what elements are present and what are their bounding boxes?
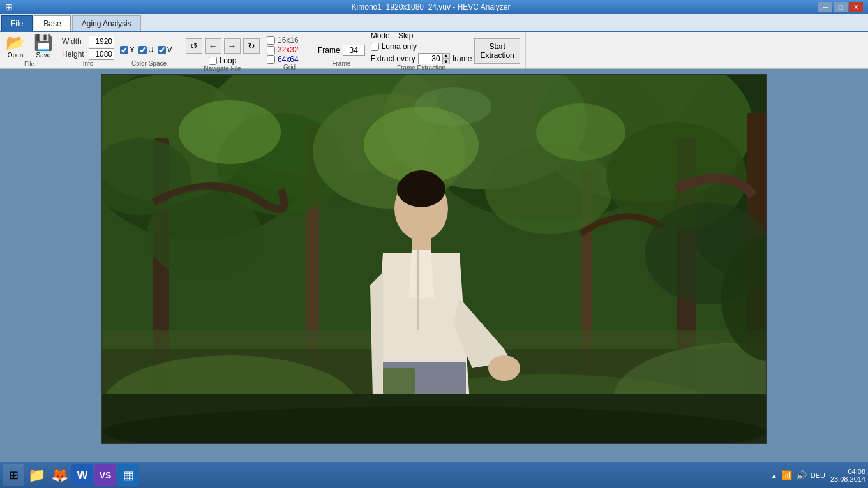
tray-expand[interactable]: ▲ <box>771 472 777 479</box>
height-value: 1080 <box>89 48 114 60</box>
fwd-to-end-button[interactable]: ↻ <box>243 38 260 54</box>
svg-point-34 <box>488 355 520 381</box>
y-checkbox-label[interactable]: Y <box>120 45 135 54</box>
frame-section-label: Frame <box>318 60 365 68</box>
colorspace-group: Y U V Color Space <box>117 32 181 68</box>
open-button[interactable]: 📂 Open <box>3 33 28 61</box>
start-button-icon[interactable]: ⊞ <box>3 464 24 486</box>
main-content <box>0 69 868 462</box>
back-to-start-button[interactable]: ↺ <box>186 38 202 54</box>
firefox-icon[interactable]: 🦊 <box>49 464 70 486</box>
u-checkbox[interactable] <box>138 46 147 54</box>
start-extraction-button[interactable]: Start Extraction <box>474 38 520 64</box>
video-canvas <box>102 75 766 443</box>
grid-16-checkbox[interactable] <box>267 36 275 45</box>
minimize-button[interactable]: ─ <box>818 2 832 12</box>
open-icon: 📂 <box>6 35 25 50</box>
frame-group: Frame 34 Frame <box>315 32 368 68</box>
svg-point-22 <box>536 103 625 161</box>
width-value: 1920 <box>89 36 114 47</box>
explorer-icon[interactable]: 📁 <box>26 464 47 486</box>
width-row: Width 1920 <box>62 36 114 47</box>
grid-64-label[interactable]: 64x64 <box>267 55 299 64</box>
extract-value: 30 <box>418 53 442 64</box>
svg-point-30 <box>402 170 440 196</box>
taskbar-left: ⊞ 📁 🦊 W VS ▦ <box>3 464 139 486</box>
grid-32-label[interactable]: 32x32 <box>267 45 299 54</box>
tab-aging-analysis[interactable]: Aging Analysis <box>72 15 141 31</box>
luma-checkbox[interactable] <box>371 43 379 51</box>
navigate-group: ↺ ← → ↻ Loop Navigate File <box>181 32 264 68</box>
clock-date: 23.08.2014 <box>830 475 865 483</box>
info-section-label: Info <box>62 60 114 68</box>
prev-frame-button[interactable]: ← <box>205 38 221 54</box>
clock[interactable]: 04:08 23.08.2014 <box>830 468 865 483</box>
colorspace-section-label: Color Space <box>120 60 178 68</box>
system-tray: ▲ 📶 🔊 DEU <box>771 470 825 480</box>
v-checkbox[interactable] <box>158 46 166 54</box>
volume-icon[interactable]: 🔊 <box>796 470 807 480</box>
window-title: Kimono1_1920x1080_24.yuv - HEVC Analyzer <box>43 3 818 11</box>
grid-section-label: Grid <box>267 64 312 72</box>
frame-unit-label: frame <box>453 54 472 63</box>
grid-64-checkbox[interactable] <box>267 55 275 64</box>
y-checkbox[interactable] <box>120 46 128 54</box>
taskbar-right: ▲ 📶 🔊 DEU 04:08 23.08.2014 <box>771 468 865 483</box>
loop-checkbox[interactable] <box>209 57 217 65</box>
file-group: 📂 Open 💾 Save File <box>0 32 59 68</box>
clock-time: 04:08 <box>848 468 865 475</box>
extraction-section-label: Frame Extraction <box>371 64 472 73</box>
info-group: Width 1920 Height 1080 Info <box>59 32 117 68</box>
mode-label: Mode – Skip <box>371 31 414 40</box>
luma-checkbox-label[interactable]: Luma only <box>371 42 472 51</box>
grid-32-checkbox[interactable] <box>267 46 275 54</box>
loop-checkbox-label[interactable]: Loop <box>209 56 237 65</box>
file-section-label: File <box>3 61 56 69</box>
video-svg <box>102 75 766 443</box>
save-button[interactable]: 💾 Save <box>31 33 56 61</box>
spinner-down[interactable]: ▼ <box>442 59 450 64</box>
v-checkbox-label[interactable]: V <box>158 45 172 54</box>
frame-extraction-group: Mode – Skip Luma only Extract every 30 ▲… <box>368 32 526 68</box>
toolbar: 📂 Open 💾 Save File Width 1920 Height 108… <box>0 32 868 69</box>
vs-icon[interactable]: VS <box>94 464 116 486</box>
navigate-section-label: Navigate File <box>184 65 261 73</box>
save-icon: 💾 <box>34 35 53 50</box>
word-icon[interactable]: W <box>71 464 93 486</box>
height-row: Height 1080 <box>62 48 114 60</box>
frame-label: Frame <box>318 46 340 55</box>
next-frame-button[interactable]: → <box>224 38 241 54</box>
taskbar: ⊞ 📁 🦊 W VS ▦ ▲ 📶 🔊 DEU 04:08 23.08.2014 <box>0 462 868 488</box>
extract-every-label: Extract every <box>371 54 415 63</box>
close-button[interactable]: ✕ <box>849 2 863 12</box>
svg-point-20 <box>179 100 281 164</box>
spinner-up[interactable]: ▲ <box>442 53 450 59</box>
tab-base[interactable]: Base <box>34 15 70 31</box>
network-icon: 📶 <box>781 470 792 480</box>
language-label: DEU <box>811 471 825 479</box>
frame-value: 34 <box>343 45 365 56</box>
maximize-button[interactable]: □ <box>834 2 848 12</box>
svg-rect-33 <box>383 368 415 394</box>
u-checkbox-label[interactable]: U <box>138 45 154 54</box>
grid-group: 16x16 32x32 64x64 Grid <box>264 32 315 68</box>
svg-point-38 <box>415 87 491 126</box>
grid-16-label[interactable]: 16x16 <box>267 36 299 45</box>
video-frame <box>101 74 767 444</box>
app-icon[interactable]: ▦ <box>117 464 139 486</box>
extract-spinner[interactable]: ▲ ▼ <box>442 53 450 64</box>
title-bar: ⊞ Kimono1_1920x1080_24.yuv - HEVC Analyz… <box>0 0 868 14</box>
svg-point-35 <box>147 189 262 279</box>
tab-file[interactable]: File <box>1 15 33 31</box>
